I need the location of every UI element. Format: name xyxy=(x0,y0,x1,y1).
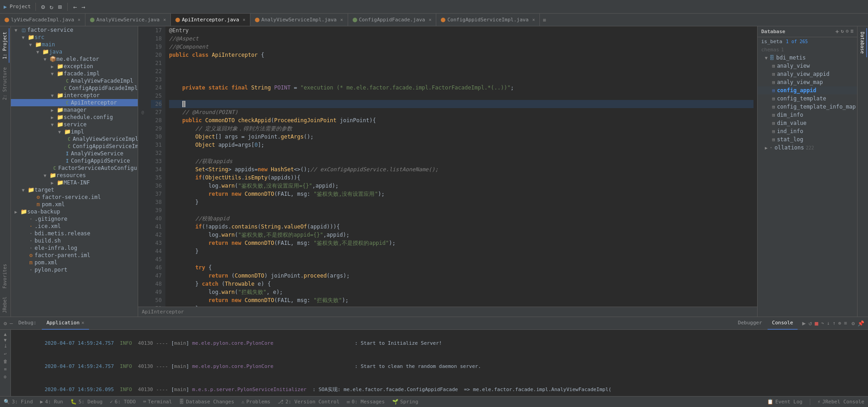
db-item-ollations[interactable]: ▶ · ollations 222 xyxy=(758,144,857,152)
status-run[interactable]: ▶ 4: Run xyxy=(40,399,63,405)
db-add-icon[interactable]: + xyxy=(835,28,839,35)
tree-item-src[interactable]: ▼ 📁 src xyxy=(11,34,138,41)
status-database-changes[interactable]: 🗄 Database Changes xyxy=(179,399,234,405)
settings-icon[interactable]: ⚙ xyxy=(40,2,46,11)
back-icon[interactable]: ← xyxy=(72,2,78,11)
db-settings-icon[interactable]: ⚙ xyxy=(846,28,849,35)
tree-item-interceptor[interactable]: ▼ 📁 interceptor xyxy=(11,92,138,99)
more-tabs-icon[interactable]: ≡ xyxy=(540,17,549,23)
tab-close-icon[interactable]: × xyxy=(340,17,343,22)
tree-item-AnalyViewFacadeImpl[interactable]: C AnalyViewFacadeImpl xyxy=(11,77,138,84)
vtab-database[interactable]: Database xyxy=(858,28,867,57)
tab-close-icon[interactable]: × xyxy=(429,17,431,22)
tree-item-pylon-port[interactable]: · pylon.port xyxy=(11,266,138,273)
vtab-favorites[interactable]: Favorites xyxy=(1,260,10,292)
status-debug[interactable]: 🐛 5: Debug xyxy=(70,399,103,405)
tree-item-exception[interactable]: ▶ 📁 exception xyxy=(11,63,138,70)
step-into-icon[interactable]: ↓ xyxy=(827,320,830,326)
tab-application[interactable]: Application × xyxy=(42,317,89,330)
db-item-config-appid[interactable]: ⊞ config_appid xyxy=(758,86,857,94)
tab-lyViewFacadeImpl[interactable]: lyViewFacadeImpl.java × xyxy=(0,14,85,26)
tree-item-pom-xml-root[interactable]: m pom.xml xyxy=(11,201,138,208)
status-version-control[interactable]: ⎇ 2: Version Control xyxy=(278,399,339,405)
tab-close-icon[interactable]: × xyxy=(243,17,245,22)
subtab-debugger[interactable]: Debugger xyxy=(733,317,767,330)
vtab-project[interactable]: 1: Project xyxy=(1,28,10,63)
tab-configAppidFacade[interactable]: ConfigAppidFacade.java × xyxy=(348,14,437,26)
tree-item-soa-backup[interactable]: ▶ 📁 soa-backup xyxy=(11,208,138,215)
db-item-schemas[interactable]: chemas 1 xyxy=(758,46,857,54)
play-icon[interactable]: ▶ xyxy=(802,320,806,327)
tree-item-package[interactable]: ▼ 📦 me.ele.factor xyxy=(11,55,138,63)
status-problems[interactable]: ⚠ Problems xyxy=(241,399,270,405)
tree-item-AnalyViewServiceImpl[interactable]: C AnalyViewServiceImpl xyxy=(11,135,138,143)
db-more-icon[interactable]: ≡ xyxy=(850,28,853,35)
tab-apiInterceptor[interactable]: ApiInterceptor.java × xyxy=(171,14,250,26)
tree-item-build-sh[interactable]: · build.sh xyxy=(11,237,138,244)
tree-item-java[interactable]: ▼ 📁 java xyxy=(11,48,138,55)
tree-item-factor-service-iml[interactable]: ⚙ factor-service.iml xyxy=(11,194,138,201)
status-terminal[interactable]: ⌨ Terminal xyxy=(143,399,172,405)
db-item-dim-value[interactable]: ⊞ dim_value xyxy=(758,119,857,127)
status-find[interactable]: 🔍 3: Find xyxy=(4,399,33,405)
forward-icon[interactable]: → xyxy=(80,2,86,11)
tree-item-bdi-metis-release[interactable]: · bdi.metis.release xyxy=(11,230,138,237)
tree-item-ConfigAppidServiceImpl[interactable]: C ConfigAppidServiceImpl xyxy=(11,143,138,150)
status-spring[interactable]: 🌱 Spring xyxy=(392,399,419,405)
tree-item-factor-service[interactable]: ▼ ◫ factor-service xyxy=(11,26,138,34)
db-item-is-beta[interactable]: is_beta 1 of 265 xyxy=(758,37,857,46)
tree-item-schedule-config[interactable]: ▶ 📁 schedule.config xyxy=(11,114,138,121)
db-item-analy-view-map[interactable]: ⊞ analy_view_map xyxy=(758,78,857,86)
status-event-log[interactable]: 📋 Event Log xyxy=(767,399,803,405)
db-refresh-icon[interactable]: ↻ xyxy=(841,28,844,35)
status-messages[interactable]: ✉ 0: Messages xyxy=(347,399,384,405)
tree-item-main[interactable]: ▼ 📁 main xyxy=(11,41,138,48)
tree-item-target[interactable]: ▼ 📁 target xyxy=(11,186,138,194)
tab-debug[interactable]: Debug: xyxy=(14,317,41,330)
step-over-icon[interactable]: ↷ xyxy=(821,320,824,326)
tab-analyViewService[interactable]: AnalyViewService.java × xyxy=(85,14,171,26)
db-item-config-template[interactable]: ⊞ config_template xyxy=(758,94,857,103)
tree-item-gitignore[interactable]: · .gitignore xyxy=(11,215,138,223)
tree-item-ConfigAppidFacadeImpl[interactable]: C ConfigAppidFacadeImpl xyxy=(11,84,138,92)
db-item-analy-view[interactable]: ⊞ analy_view xyxy=(758,62,857,70)
tree-item-facade-impl[interactable]: ▼ 📁 facade.impl xyxy=(11,70,138,77)
gear-icon[interactable]: ⚙ xyxy=(4,374,6,379)
tree-item-ele-infra-log[interactable]: · ele-infra.log xyxy=(11,244,138,252)
filter-icon[interactable]: ≡ xyxy=(4,367,6,372)
vtab-jrebel[interactable]: JRebel xyxy=(1,293,10,317)
db-item-stat-log[interactable]: ⊞ stat_log xyxy=(758,135,857,144)
step-out-icon[interactable]: ↑ xyxy=(833,320,836,326)
tab-close-icon[interactable]: × xyxy=(163,17,166,22)
db-item-analy-view-appid[interactable]: ⊞ analy_view_appid xyxy=(758,70,857,78)
stop-icon[interactable]: ■ xyxy=(815,320,818,327)
vtab-structure[interactable]: 2: Structure xyxy=(1,64,10,104)
tree-item-factor-parent-iml[interactable]: ⚙ factor-parent.iml xyxy=(11,252,138,259)
tree-item-impl-service[interactable]: ▼ 📁 impl xyxy=(11,128,138,135)
status-jrebel-console[interactable]: ⚡ JRebel Console xyxy=(818,399,864,405)
expand-icon[interactable]: ⊞ xyxy=(57,2,62,11)
tree-item-service[interactable]: ▼ 📁 service xyxy=(11,121,138,128)
scroll-down-icon[interactable]: ▼ xyxy=(4,338,6,342)
db-item-config-template-info-map[interactable]: ⊞ config_template_info_map xyxy=(758,103,857,111)
tree-item-manager[interactable]: ▶ 📁 manager xyxy=(11,106,138,114)
tab-analyViewServiceImpl[interactable]: AnalyViewServiceImpl.java × xyxy=(250,14,348,26)
debug-settings-icon[interactable]: ⚙ xyxy=(4,320,7,327)
scroll-end-icon[interactable]: ⤓ xyxy=(4,343,7,348)
db-item-dim-info[interactable]: ⊞ dim_info xyxy=(758,111,857,119)
tree-item-ConfigAppidService[interactable]: I ConfigAppidService xyxy=(11,157,138,164)
debug-minimize-icon[interactable]: — xyxy=(10,320,13,327)
db-item-bdi-metis[interactable]: ▼ 🗄 bdi_metis xyxy=(758,54,857,62)
scroll-up-icon[interactable]: ▲ xyxy=(4,332,6,337)
tab-close-icon[interactable]: × xyxy=(532,17,535,22)
wrap-icon[interactable]: ↩ xyxy=(4,351,6,356)
rerun-icon[interactable]: ↺ xyxy=(808,320,812,327)
tab-configAppidServiceImpl[interactable]: ConfigAppidServiceImpl.java × xyxy=(436,14,540,26)
subtab-console[interactable]: Console xyxy=(768,317,798,330)
tree-item-ApiInterceptor[interactable]: C ApiInterceptor xyxy=(11,99,138,106)
tab-close-icon[interactable]: × xyxy=(78,17,80,22)
run-cursor-icon[interactable]: ⊕ xyxy=(838,320,842,326)
tree-item-ice-xml[interactable]: · .ice.xml xyxy=(11,223,138,230)
refresh-icon[interactable]: ↻ xyxy=(49,2,54,11)
eval-icon[interactable]: ≡ xyxy=(844,320,847,326)
